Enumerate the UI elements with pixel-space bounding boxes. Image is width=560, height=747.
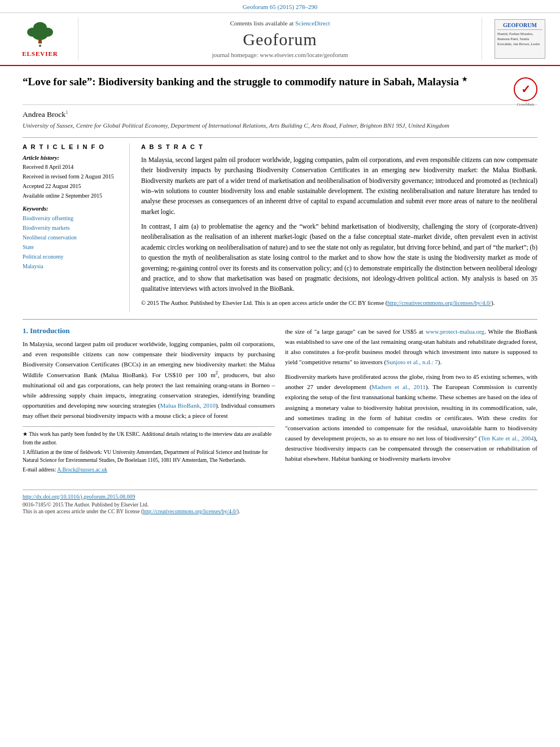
article-content: “Love for sale”: Biodiversity banking an… [0, 66, 560, 514]
author-name: Andrea Brock [23, 110, 65, 119]
protect-malua-link[interactable]: www.protect-malua.org [426, 328, 484, 335]
bottom-doi-bar: http://dx.doi.org/10.1016/j.geoforum.201… [23, 490, 537, 514]
sciencedirect-link[interactable]: ScienceDirect [295, 20, 330, 27]
journal-logo-right: GEOFORUM Hamid, Farhan Morales, Ramona P… [489, 18, 551, 60]
keyword-5[interactable]: Political economy [23, 252, 121, 261]
journal-header: ELSEVIER Contents lists available at Sci… [0, 13, 560, 66]
abstract-p2: In contrast, I aim (a) to problematise t… [141, 221, 537, 294]
keywords-section: Keywords: Biodiversity offsetting Biodiv… [23, 206, 121, 271]
article-title: “Love for sale”: Biodiversity banking an… [23, 75, 514, 89]
ten-kate-link[interactable]: Ten Kate et al., 2004 [481, 435, 534, 442]
revised-date: Received in revised form 2 August 2015 [23, 172, 121, 181]
abstract-text: In Malaysia, second largest palm oil pro… [141, 155, 537, 308]
abstract-p1: In Malaysia, second largest palm oil pro… [141, 155, 537, 217]
crossmark-badge[interactable]: ✓ CrossMark [514, 77, 537, 101]
citation-text: Geoforum 65 (2015) 278–290 [243, 3, 317, 10]
crossmark-icon[interactable]: ✓ [514, 77, 537, 101]
footnote-2: 1 Affiliation at the time of fieldwork: … [23, 448, 275, 465]
elsevier-text: ELSEVIER [22, 50, 58, 57]
footnote-1: ★ This work has partly been funded by th… [23, 430, 275, 447]
madsen-link[interactable]: Madsen et al., 2011 [371, 383, 426, 390]
footnote-divider-left [23, 426, 275, 427]
journal-name: Geoforum [243, 30, 317, 49]
article-history-label: Article history: [23, 155, 121, 161]
intro-right-text-2: Biodiversity markets have proliferated a… [285, 372, 537, 464]
email-link[interactable]: A.Brock@sussex.ac.uk [57, 467, 107, 473]
doi-anchor[interactable]: http://dx.doi.org/10.1016/j.geoforum.201… [23, 493, 135, 500]
accepted-date: Accepted 22 August 2015 [23, 182, 121, 190]
article-info-heading: A R T I C L E I N F O [23, 143, 121, 150]
author-line: Andrea Brock1 [23, 110, 537, 119]
copyright-link[interactable]: http://creativecommons.org/licenses/by/4… [387, 300, 491, 306]
oa-link[interactable]: http://creativecommons.org/licenses/by/4… [143, 509, 237, 514]
intro-right-text-1: the size of "a large garage" can be save… [285, 326, 537, 368]
elsevier-logo: ELSEVIER [20, 21, 60, 57]
elsevier-tree-svg [20, 21, 60, 49]
geoforum-logo-title: GEOFORUM [497, 22, 542, 30]
email-line: E-mail address: A.Brock@sussex.ac.uk [23, 466, 275, 474]
issn-line: 0016-7185/© 2015 The Author. Published b… [23, 501, 537, 509]
main-body: 1. Introduction In Malaysia, second larg… [23, 326, 537, 485]
keywords-label: Keywords: [23, 206, 121, 212]
received-date: Received 8 April 2014 [23, 163, 121, 171]
homepage-line: journal homepage: www.elsevier.com/locat… [212, 51, 348, 58]
article-title-section: “Love for sale”: Biodiversity banking an… [23, 75, 537, 105]
geoforum-logo-text: Hamid, Farhan Morales, Ramona Patel, Sun… [497, 31, 542, 46]
svg-point-5 [39, 45, 41, 47]
affiliation-line: University of Sussex, Centre for Global … [23, 121, 537, 130]
abstract-heading: A B S T R A C T [141, 143, 537, 150]
copyright-line: © 2015 The Author. Published by Elsevier… [141, 299, 537, 308]
keyword-4[interactable]: State [23, 242, 121, 252]
doi-link[interactable]: http://dx.doi.org/10.1016/j.geoforum.201… [23, 493, 537, 500]
citation-bar: Geoforum 65 (2015) 278–290 [0, 0, 560, 13]
article-info-col: A R T I C L E I N F O Article history: R… [23, 143, 130, 312]
intro-left-text: In Malaysia, second largest palm oil pro… [23, 339, 275, 421]
star-marker: ★ [462, 76, 467, 82]
available-date: Available online 2 September 2015 [23, 191, 121, 200]
page-wrapper: Geoforum 65 (2015) 278–290 ELSEVIER [0, 0, 560, 514]
svg-rect-4 [38, 39, 42, 43]
body-col-left: 1. Introduction In Malaysia, second larg… [23, 326, 275, 476]
svg-point-3 [32, 29, 48, 40]
abstract-col: A B S T R A C T In Malaysia, second larg… [141, 143, 537, 312]
keyword-1[interactable]: Biodiversity offsetting [23, 213, 121, 223]
body-col-right: the size of "a large garage" can be save… [285, 326, 537, 476]
geoforum-logo-box: GEOFORUM Hamid, Farhan Morales, Ramona P… [495, 19, 545, 59]
elsevier-logo-area: ELSEVIER [9, 18, 71, 60]
malua-bank-link[interactable]: Malua BioBank, 2010 [160, 402, 216, 409]
journal-header-center: Contents lists available at ScienceDirec… [78, 18, 482, 60]
oa-line: This is an open access article under the… [23, 509, 537, 514]
section-divider [23, 319, 537, 320]
keyword-3[interactable]: Neoliberal conservation [23, 233, 121, 242]
info-abstract-section: A R T I C L E I N F O Article history: R… [23, 137, 537, 312]
crossmark-label: CrossMark [514, 102, 537, 107]
author-superscript: 1 [65, 110, 68, 115]
intro-heading: 1. Introduction [23, 326, 275, 335]
keyword-2[interactable]: Biodiversity markets [23, 223, 121, 233]
sunjoto-link[interactable]: Sunjoto et al., n.d.: 7 [386, 359, 438, 365]
contents-line: Contents lists available at ScienceDirec… [230, 20, 330, 27]
keyword-6[interactable]: Malaysia [23, 261, 121, 271]
